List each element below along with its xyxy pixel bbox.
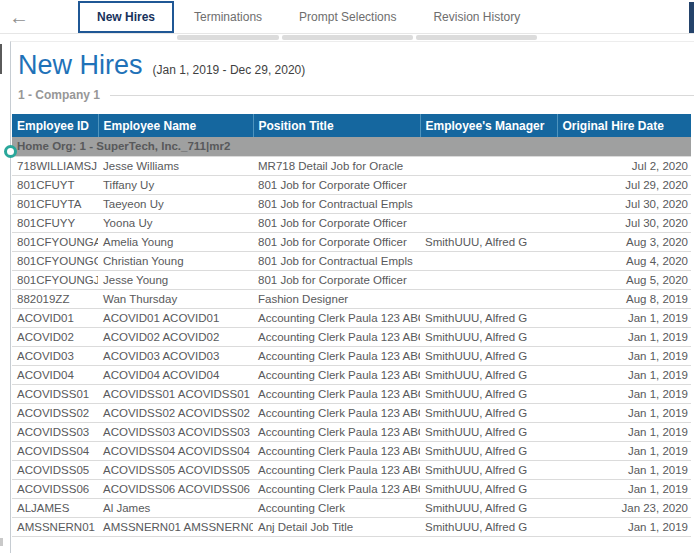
tab-prompt-selections-label[interactable]: Prompt Selections bbox=[282, 1, 413, 33]
table-row: ACOVIDSS02ACOVIDSS02 ACOVIDSS02Accountin… bbox=[12, 403, 691, 422]
cell-position-title: Accounting Clerk Paula 123 ABC bbox=[253, 479, 420, 498]
cell-position-title: 801 Job for Corporate Officer bbox=[253, 232, 420, 251]
cell-employee-name: Tiffany Uy bbox=[98, 175, 253, 194]
cell-position-title: 801 Job for Corporate Officer bbox=[253, 213, 420, 232]
cell-employees-manager: SmithUUU, Alfred G bbox=[420, 365, 557, 384]
cell-employee-name: Al James bbox=[98, 498, 253, 517]
group-header-row: Home Org: 1 - SuperTech, Inc._711|mr2 bbox=[12, 137, 691, 156]
table-row: ACOVIDSS04ACOVIDSS04 ACOVIDSS04Accountin… bbox=[12, 441, 691, 460]
cell-position-title: Accounting Clerk Paula 123 ABC bbox=[253, 308, 420, 327]
cell-position-title: Accounting Clerk Paula 123 ABC bbox=[253, 460, 420, 479]
cell-employees-manager: SmithUUU, Alfred G bbox=[420, 479, 557, 498]
table-header-row: Employee ID Employee Name Position Title… bbox=[12, 114, 691, 137]
cell-employees-manager: SmithUUU, Alfred G bbox=[420, 232, 557, 251]
back-arrow-icon[interactable]: ← bbox=[9, 4, 29, 30]
window-edge-artifact bbox=[0, 538, 3, 546]
tab-terminations[interactable]: Terminations bbox=[177, 1, 279, 40]
table-row: 801CFYOUNGJJesse Young801 Job for Corpor… bbox=[12, 270, 691, 289]
cell-employees-manager bbox=[420, 156, 557, 175]
cell-employee-id: 801CFYOUNGA bbox=[12, 232, 98, 251]
cell-employee-id: ACOVID01 bbox=[12, 308, 98, 327]
table-row: ACOVID02ACOVID02 ACOVID02Accounting Cler… bbox=[12, 327, 691, 346]
column-header-original-hire-date[interactable]: Original Hire Date bbox=[557, 114, 691, 137]
table-row: 801CFYOUNGCChristian Young801 Job for Co… bbox=[12, 251, 691, 270]
cell-original-hire-date: Jan 1, 2019 bbox=[557, 460, 691, 479]
cell-employee-name: ACOVIDSS01 ACOVIDSS01 bbox=[98, 384, 253, 403]
panel-collapse-handle-icon[interactable] bbox=[4, 145, 17, 158]
cell-employee-id: 801CFUYT bbox=[12, 175, 98, 194]
cell-original-hire-date: Jul 29, 2020 bbox=[557, 175, 691, 194]
window-edge-fragment bbox=[689, 2, 694, 33]
cell-position-title: 801 Job for Corporate Officer bbox=[253, 270, 420, 289]
tab-terminations-label[interactable]: Terminations bbox=[177, 1, 279, 33]
cell-employees-manager bbox=[420, 175, 557, 194]
cell-original-hire-date: Jul 2, 2020 bbox=[557, 156, 691, 175]
tab-new-hires[interactable]: New Hires bbox=[78, 1, 174, 40]
cell-employee-name: ACOVIDSS05 ACOVIDSS05 bbox=[98, 460, 253, 479]
cell-employee-id: 801CFYOUNGJ bbox=[12, 270, 98, 289]
cell-original-hire-date: Jan 1, 2019 bbox=[557, 479, 691, 498]
tab-prompt-selections[interactable]: Prompt Selections bbox=[282, 1, 413, 40]
cell-original-hire-date: Jan 1, 2019 bbox=[557, 384, 691, 403]
cell-original-hire-date: Jan 1, 2019 bbox=[557, 308, 691, 327]
tab-revision-history-label[interactable]: Revision History bbox=[416, 1, 537, 33]
new-hires-table: Employee ID Employee Name Position Title… bbox=[12, 114, 691, 537]
cell-employees-manager: SmithUUU, Alfred G bbox=[420, 422, 557, 441]
cell-employee-name: ACOVID01 ACOVID01 bbox=[98, 308, 253, 327]
cell-position-title: Accounting Clerk Paula 123 ABC bbox=[253, 365, 420, 384]
column-header-employees-manager[interactable]: Employee's Manager bbox=[420, 114, 557, 137]
cell-position-title: 801 Job for Corporate Officer bbox=[253, 175, 420, 194]
column-header-employee-id[interactable]: Employee ID bbox=[12, 114, 98, 137]
table-row: AMSSNERN01AMSSNERN01 AMSSNERN01Anj Detai… bbox=[12, 517, 691, 536]
cell-employees-manager: SmithUUU, Alfred G bbox=[420, 327, 557, 346]
table-row: 801CFUYTATaeyeon Uy801 Job for Contractu… bbox=[12, 194, 691, 213]
cell-employee-id: 718WILLIAMSJ bbox=[12, 156, 98, 175]
column-header-employee-name[interactable]: Employee Name bbox=[98, 114, 253, 137]
cell-position-title: Accounting Clerk bbox=[253, 498, 420, 517]
tab-underline bbox=[416, 35, 537, 40]
cell-employee-name: Amelia Young bbox=[98, 232, 253, 251]
tab-bar-divider bbox=[0, 33, 694, 34]
cell-employees-manager: SmithUUU, Alfred G bbox=[420, 460, 557, 479]
cell-original-hire-date: Aug 5, 2020 bbox=[557, 270, 691, 289]
cell-employee-name: ACOVIDSS06 ACOVIDSS06 bbox=[98, 479, 253, 498]
cell-employees-manager: SmithUUU, Alfred G bbox=[420, 346, 557, 365]
cell-employee-id: 882019ZZ bbox=[12, 289, 98, 308]
tab-underline bbox=[282, 35, 413, 40]
table-row: ACOVIDSS03ACOVIDSS03 ACOVIDSS03Accountin… bbox=[12, 422, 691, 441]
table-row: ACOVID03ACOVID03 ACOVID03Accounting Cler… bbox=[12, 346, 691, 365]
cell-employee-id: 801CFYOUNGC bbox=[12, 251, 98, 270]
cell-position-title: Accounting Clerk Paula 123 ABC bbox=[253, 403, 420, 422]
column-header-position-title[interactable]: Position Title bbox=[253, 114, 420, 137]
tab-new-hires-label[interactable]: New Hires bbox=[78, 1, 174, 33]
cell-original-hire-date: Aug 3, 2020 bbox=[557, 232, 691, 251]
report-date-range: (Jan 1, 2019 - Dec 29, 2020) bbox=[153, 63, 306, 77]
cell-employee-id: 801CFUYTA bbox=[12, 194, 98, 213]
cell-employee-id: AMSSNERN01 bbox=[12, 517, 98, 536]
table-row: ACOVIDSS06ACOVIDSS06 ACOVIDSS06Accountin… bbox=[12, 479, 691, 498]
cell-employee-name: ACOVIDSS03 ACOVIDSS03 bbox=[98, 422, 253, 441]
cell-position-title: Accounting Clerk Paula 123 ABC bbox=[253, 422, 420, 441]
cell-position-title: Fashion Designer bbox=[253, 289, 420, 308]
cell-employee-id: ACOVID03 bbox=[12, 346, 98, 365]
tab-revision-history[interactable]: Revision History bbox=[416, 1, 537, 40]
cell-employee-name: ACOVID04 ACOVID04 bbox=[98, 365, 253, 384]
cell-position-title: Accounting Clerk Paula 123 ABC bbox=[253, 327, 420, 346]
cell-original-hire-date: Jan 1, 2019 bbox=[557, 403, 691, 422]
cell-employee-name: ACOVID03 ACOVID03 bbox=[98, 346, 253, 365]
cell-employee-name: Christian Young bbox=[98, 251, 253, 270]
window-edge-artifact bbox=[0, 44, 2, 74]
cell-employee-id: 801CFUYY bbox=[12, 213, 98, 232]
table-row: 801CFYOUNGAAmelia Young801 Job for Corpo… bbox=[12, 232, 691, 251]
cell-position-title: 801 Job for Contractual Empls bbox=[253, 251, 420, 270]
table-body: Home Org: 1 - SuperTech, Inc._711|mr2 71… bbox=[12, 137, 691, 536]
cell-employees-manager bbox=[420, 270, 557, 289]
table-row: 882019ZZWan ThursdayFashion DesignerAug … bbox=[12, 289, 691, 308]
cell-original-hire-date: Jan 1, 2019 bbox=[557, 346, 691, 365]
cell-employee-id: ACOVIDSS04 bbox=[12, 441, 98, 460]
tabs: New Hires Terminations Prompt Selections… bbox=[78, 1, 540, 40]
cell-employee-id: ACOVIDSS02 bbox=[12, 403, 98, 422]
subtitle-divider bbox=[110, 95, 694, 96]
cell-employee-id: ACOVIDSS06 bbox=[12, 479, 98, 498]
cell-original-hire-date: Jan 1, 2019 bbox=[557, 365, 691, 384]
